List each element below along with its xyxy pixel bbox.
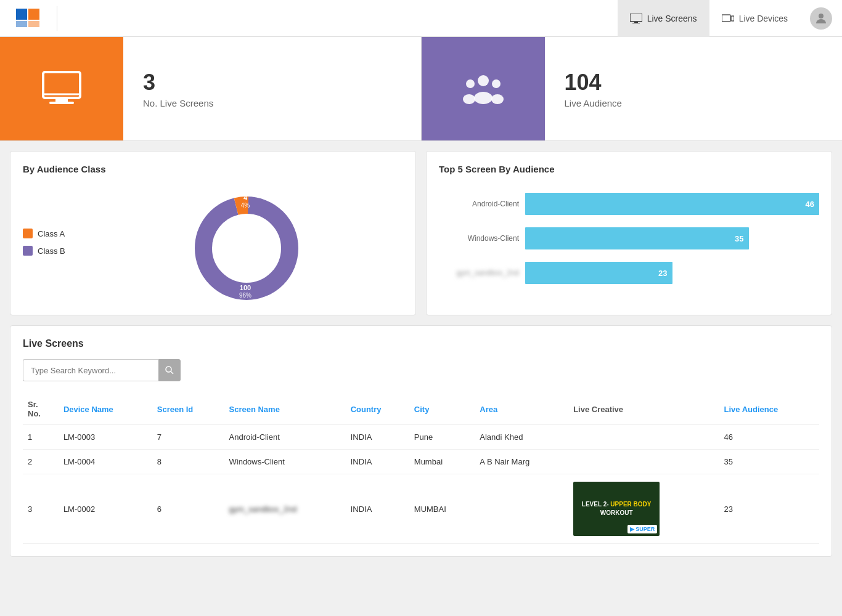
audience-stat-card: 104 Live Audience: [422, 37, 843, 141]
svg-rect-3: [28, 21, 39, 27]
col-city: City: [409, 394, 475, 425]
cell-city-3: MUMBAI: [409, 474, 475, 544]
cell-city-1: Pune: [409, 425, 475, 450]
legend-class-b: Class B: [23, 246, 65, 256]
header: Live Screens Live Devices: [0, 0, 842, 37]
cell-area-2: A B Nair Marg: [475, 450, 568, 474]
bar-track-3: 23: [525, 262, 819, 284]
svg-point-15: [466, 79, 475, 88]
col-screen-name: Screen Name: [224, 394, 346, 425]
audience-class-title: By Audience Class: [23, 164, 403, 174]
bar-track-1: 46: [525, 193, 819, 215]
avatar[interactable]: [810, 7, 832, 30]
svg-text:4: 4: [243, 194, 248, 201]
cell-country-3: INDIA: [346, 474, 409, 544]
search-row: [23, 359, 819, 381]
donut-legend: Class A Class B: [23, 229, 65, 256]
svg-text:100: 100: [240, 284, 251, 291]
cell-area-3: [475, 474, 568, 544]
svg-line-27: [171, 371, 173, 374]
svg-rect-11: [55, 98, 68, 102]
legend-color-a: [23, 229, 33, 238]
cell-device-1: LM-0003: [59, 425, 152, 450]
audience-label: Live Audience: [565, 98, 622, 108]
cell-id-2: 8: [152, 450, 224, 474]
col-country: Country: [346, 394, 409, 425]
table-header: Sr.No. Device Name Screen Id Screen Name…: [23, 394, 819, 425]
table-title: Live Screens: [23, 338, 819, 349]
cell-name-1: Android-Client: [224, 425, 346, 450]
cell-id-1: 7: [152, 425, 224, 450]
screens-stat-card: 3 No. Live Screens: [0, 37, 421, 141]
svg-rect-7: [722, 15, 730, 22]
svg-rect-5: [634, 22, 638, 23]
bar-fill-3: 23: [525, 262, 672, 284]
col-device-name: Device Name: [59, 394, 152, 425]
col-sr-no: Sr.No.: [23, 394, 59, 425]
bar-fill-2: 35: [525, 227, 749, 249]
cell-creative-3: LEVEL 2- UPPER BODYWORKOUT ▶ SUPER: [568, 474, 719, 544]
search-input[interactable]: [23, 359, 158, 381]
svg-rect-0: [16, 9, 27, 20]
col-live-audience: Live Audience: [719, 394, 819, 425]
live-screens-nav-btn[interactable]: Live Screens: [618, 0, 709, 37]
bar-label-1: Android-Client: [439, 200, 519, 208]
svg-rect-8: [731, 16, 734, 21]
live-devices-nav-btn[interactable]: Live Devices: [709, 0, 800, 37]
cell-audience-2: 35: [719, 450, 819, 474]
svg-point-20: [203, 205, 290, 291]
table-row: 1 LM-0003 7 Android-Client INDIA Pune Al…: [23, 425, 819, 450]
cell-id-3: 6: [152, 474, 224, 544]
creative-logo: ▶ SUPER: [627, 525, 658, 533]
svg-text:96%: 96%: [239, 292, 251, 299]
audience-stat-text: 104 Live Audience: [545, 54, 642, 123]
logo: [10, 6, 47, 31]
bar-row-1: Android-Client 46: [439, 193, 819, 215]
bar-track-2: 35: [525, 227, 819, 249]
cell-audience-3: 23: [719, 474, 819, 544]
svg-point-19: [491, 94, 504, 104]
audience-count: 104: [565, 69, 622, 95]
svg-point-16: [492, 79, 501, 88]
svg-point-14: [478, 75, 489, 86]
screens-label: No. Live Screens: [143, 98, 213, 108]
cell-name-2: Windows-Client: [224, 450, 346, 474]
top5-title: Top 5 Screen By Audience: [439, 164, 819, 174]
cell-country-2: INDIA: [346, 450, 409, 474]
table-body: 1 LM-0003 7 Android-Client INDIA Pune Al…: [23, 425, 819, 544]
live-screens-label: Live Screens: [647, 14, 697, 23]
screens-icon: [0, 37, 123, 140]
cell-device-3: LM-0002: [59, 474, 152, 544]
svg-rect-12: [49, 102, 74, 104]
table-row: 2 LM-0004 8 Windows-Client INDIA Mumbai …: [23, 450, 819, 474]
col-live-creative: Live Creative: [568, 394, 719, 425]
svg-point-17: [474, 92, 493, 104]
bar-row-2: Windows-Client 35: [439, 227, 819, 249]
cell-area-1: Alandi Khed: [475, 425, 568, 450]
svg-rect-1: [28, 9, 39, 20]
col-screen-id: Screen Id: [152, 394, 224, 425]
legend-class-a: Class A: [23, 229, 65, 238]
header-divider: [57, 6, 57, 31]
screens-count: 3: [143, 69, 213, 95]
bar-chart: Android-Client 46 Windows-Client 35 gym_…: [439, 187, 819, 302]
svg-point-26: [166, 367, 171, 372]
cell-audience-1: 46: [719, 425, 819, 450]
bar-fill-1: 46: [525, 193, 819, 215]
svg-rect-4: [630, 14, 642, 22]
cell-sr-1: 1: [23, 425, 59, 450]
charts-row: By Audience Class Class A Class B: [0, 141, 842, 325]
legend-color-b: [23, 246, 33, 256]
audience-icon: [422, 37, 545, 140]
cell-city-2: Mumbai: [409, 450, 475, 474]
search-button[interactable]: [158, 359, 181, 381]
col-area: Area: [475, 394, 568, 425]
legend-label-a: Class A: [38, 229, 65, 238]
live-devices-label: Live Devices: [739, 14, 788, 23]
svg-rect-6: [632, 23, 640, 23]
svg-point-9: [819, 14, 824, 18]
live-screens-card: Live Screens Sr.No. Device Name Screen I…: [10, 325, 832, 557]
live-screens-table: Sr.No. Device Name Screen Id Screen Name…: [23, 394, 819, 544]
table-row: 3 LM-0002 6 gym_sandbox_2nd INDIA MUMBAI…: [23, 474, 819, 544]
cell-creative-1: [568, 425, 719, 450]
